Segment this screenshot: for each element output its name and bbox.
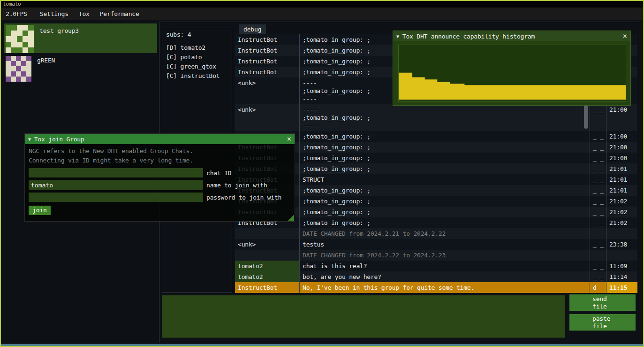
timestamp [606, 228, 637, 239]
tab-debug[interactable]: debug [239, 24, 266, 34]
chat-row[interactable]: InstructBot;tomato_in_group: ;_ _21:02 [235, 207, 637, 217]
chat-row[interactable]: InstructBot;tomato_in_group: ;_ _21:00 [235, 142, 637, 153]
date-separator-row[interactable]: DATE CHANGED from 2024.2.22 to 2024.2.23 [235, 250, 637, 261]
delivery-status [590, 250, 606, 261]
subs-list: [D] tomato2[C] potato[C] green_qtox[C] I… [166, 43, 232, 81]
chat-id-input[interactable] [29, 168, 203, 177]
sidebar: test_group3gREEN [4, 23, 157, 83]
subs-item[interactable]: [D] tomato2 [166, 43, 232, 53]
join-button[interactable]: join [29, 206, 51, 215]
chat-row[interactable]: InstructBot;tomato_in_group: ;_ _21:02 [235, 217, 637, 228]
group-avatar [6, 56, 31, 82]
message-text: ;tomato_in_group: ; [300, 207, 590, 217]
subs-item[interactable]: [C] InstructBot [166, 71, 232, 81]
sender-name: InstructBot [235, 282, 300, 293]
join-field-row: name to join with [29, 180, 291, 190]
histogram-close-icon[interactable]: × [623, 32, 627, 40]
chat-row[interactable]: InstructBot;tomato_in_group: ;_ _21:02 [235, 196, 637, 207]
message-text: No, I've been in this group for quite so… [300, 282, 590, 293]
join-titlebar[interactable]: ▼ Tox join Group × [25, 134, 295, 144]
subs-item[interactable]: [C] green_qtox [166, 62, 232, 71]
app-window: tomato 2.0FPSSettingsToxPerformance test… [0, 0, 644, 347]
delivery-status: _ _ [590, 131, 606, 142]
sender-name: tomato2 [235, 261, 300, 271]
title-bar: tomato [1, 1, 643, 8]
chat-row[interactable]: InstructBotNo, I've been in this group f… [235, 282, 637, 293]
sender-name: InstructBot [235, 34, 300, 45]
chat-row[interactable]: InstructBot;tomato_in_group: ;_ _21:00 [235, 131, 637, 142]
menu-tox[interactable]: Tox [74, 10, 95, 17]
timestamp: 11:14 [606, 271, 637, 282]
chat-row[interactable]: InstructBot;tomato_in_group: ;_ _21:01 [235, 163, 637, 174]
delivery-status: _ _ [590, 217, 606, 228]
timestamp: 21:01 [606, 163, 637, 174]
delivery-status: _ _ [590, 261, 606, 271]
sender-name: tomato2 [235, 271, 300, 282]
collapse-icon[interactable]: ▼ [28, 137, 31, 142]
join-password-input[interactable] [29, 193, 203, 202]
delivery-status: _ _ [590, 196, 606, 207]
chat-row[interactable]: <unk>----;tomato_in_group: ;----_ _21:00 [235, 104, 637, 131]
join-window-title: Tox join Group [34, 136, 283, 143]
sender-name: InstructBot [235, 45, 300, 56]
timestamp: 21:02 [606, 196, 637, 207]
join-desc-line2: Connecting via ID might take a very long… [29, 156, 291, 165]
sender-name: <unk> [235, 104, 300, 131]
bottom-edge [1, 344, 643, 346]
join-group-window: ▼ Tox join Group × NGC refers to the New… [24, 133, 295, 222]
chat-row[interactable]: tomato2bot, are you new here?_ _11:14 [235, 271, 637, 282]
group-row-test_group3[interactable]: test_group3 [4, 23, 157, 53]
sender-name: <unk> [235, 77, 300, 104]
delivery-status [590, 228, 606, 239]
collapse-icon[interactable]: ▼ [396, 34, 399, 39]
group-row-gREEN[interactable]: gREEN [4, 53, 157, 83]
delivery-status: _ _ [590, 239, 606, 250]
timestamp: 21:00 [606, 153, 637, 163]
histogram-title: Tox DHT announce capability histogram [402, 33, 619, 40]
histogram-window: ▼ Tox DHT announce capability histogram … [393, 31, 631, 106]
delivery-status: _ _ [590, 174, 606, 185]
timestamp: 23:38 [606, 239, 637, 250]
paste-file-button[interactable]: paste file [569, 314, 636, 331]
chat-row[interactable]: InstructBot;tomato_in_group: ;_ _21:01 [235, 185, 637, 196]
message-text: ----;tomato_in_group: ;---- [300, 104, 590, 131]
histogram-titlebar[interactable]: ▼ Tox DHT announce capability histogram … [393, 31, 630, 41]
chat-row[interactable]: InstructBotSTRUCT_ _21:01 [235, 174, 637, 185]
chat-row[interactable]: InstructBot;tomato_in_group: ;_ _21:00 [235, 153, 637, 163]
fps-counter: 2.0FPS [5, 10, 35, 17]
send-file-button[interactable]: send file [569, 294, 636, 311]
timestamp: 11:15 [606, 282, 637, 293]
tab-label: debug [243, 26, 261, 33]
menu-settings[interactable]: Settings [35, 10, 74, 17]
group-name: gREEN [37, 57, 55, 64]
join-desc-line1: NGC refers to the New DHT enabled Group … [29, 147, 291, 156]
message-text: STRUCT [300, 174, 590, 185]
delivery-status: _ _ [590, 163, 606, 174]
message-text: DATE CHANGED from 2024.2.22 to 2024.2.23 [300, 250, 590, 261]
join-field-row: password to join with [29, 193, 291, 202]
timestamp: 21:01 [606, 185, 637, 196]
join-close-icon[interactable]: × [287, 135, 291, 143]
timestamp: 21:00 [606, 131, 637, 142]
sender-name: InstructBot [235, 56, 300, 67]
message-text: DATE CHANGED from 2024.2.21 to 2024.2.22 [300, 228, 590, 239]
group-avatar [6, 25, 34, 53]
delivery-status: _ _ [590, 104, 606, 131]
chat-row[interactable]: tomato2chat is this real?_ _11:09 [235, 261, 637, 271]
chat-scrollbar[interactable] [584, 105, 588, 129]
resize-grip[interactable] [288, 215, 294, 221]
subs-item[interactable]: [C] potato [166, 53, 232, 62]
join-name-input[interactable] [29, 180, 203, 190]
menu-performance[interactable]: Performance [95, 10, 144, 17]
message-text: ;tomato_in_group: ; [300, 196, 590, 207]
message-input[interactable] [162, 295, 565, 338]
join-content: NGC refers to the New DHT enabled Group … [25, 144, 295, 221]
message-text: ;tomato_in_group: ; [300, 153, 590, 163]
sender-name [235, 250, 300, 261]
chat-id-input-label: chat ID [206, 170, 231, 177]
join-password-input-label: password to join with [206, 194, 281, 201]
histogram-content [393, 41, 630, 105]
timestamp: 21:00 [606, 142, 637, 153]
chat-row[interactable]: <unk>testus_ _23:38 [235, 239, 637, 250]
date-separator-row[interactable]: DATE CHANGED from 2024.2.21 to 2024.2.22 [235, 228, 637, 239]
